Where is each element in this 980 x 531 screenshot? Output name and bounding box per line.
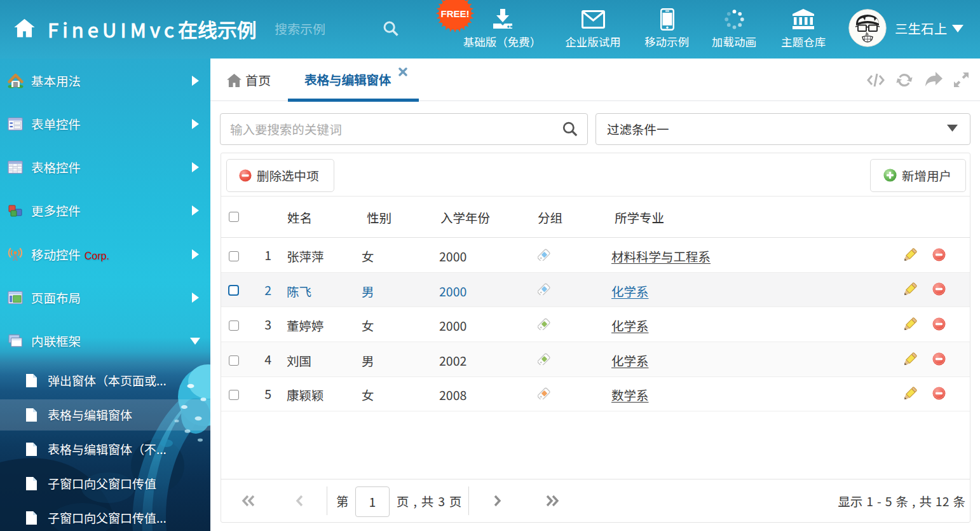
svg-text:FREE!: FREE! <box>441 8 470 19</box>
